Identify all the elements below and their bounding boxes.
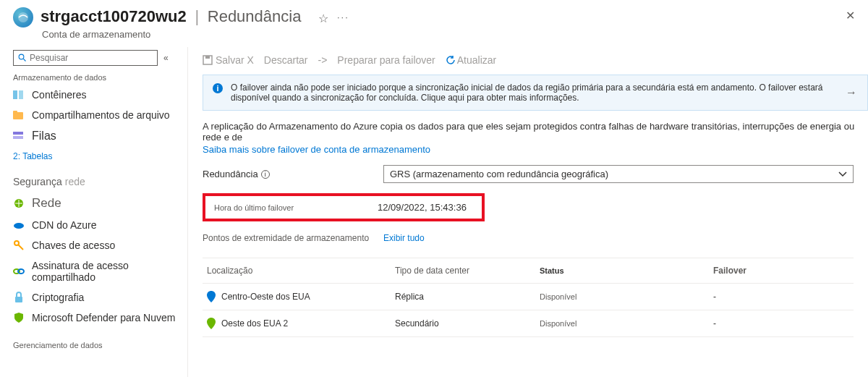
cell-failover: - — [713, 318, 849, 329]
blade-title: Redundância — [208, 7, 302, 25]
resource-type: Conta de armazenamento — [42, 29, 868, 40]
sidebar-item-containers[interactable]: Contêineres — [13, 85, 187, 105]
col-status: Status — [540, 266, 713, 275]
show-all-link[interactable]: Exibir tudo — [383, 233, 425, 243]
shield-icon — [13, 312, 25, 323]
endpoints-row: Pontos de extremidade de armazenamento E… — [203, 233, 868, 243]
svg-line-2 — [24, 59, 26, 62]
redundancy-row: Redundância i GRS (armazenamento com red… — [203, 165, 868, 183]
search-input[interactable] — [30, 53, 153, 63]
sidebar-item-queues[interactable]: Filas — [13, 125, 187, 147]
redundancy-dropdown[interactable]: GRS (armazenamento com redundância geogr… — [383, 165, 854, 183]
table-row: Oeste dos EUA 2 Secundário Disponível - — [203, 310, 854, 337]
sidebar-item-label: Rede — [32, 196, 61, 211]
svg-rect-6 — [13, 111, 17, 114]
sidebar-item-tables[interactable]: 2: Tabelas — [13, 147, 187, 166]
info-banner[interactable]: i O failover ainda não pode ser iniciado… — [203, 75, 868, 111]
title-separator: | — [189, 7, 205, 25]
sidebar-item-label: Microsoft Defender para Nuvem — [32, 312, 175, 323]
cell-location: Oeste dos EUA 2 — [221, 318, 288, 329]
dropdown-value: GRS (armazenamento com redundância geogr… — [390, 169, 608, 179]
info-circle-icon[interactable]: i — [261, 170, 270, 179]
info-icon: i — [212, 82, 224, 103]
favorite-icon[interactable]: ☆ — [318, 12, 328, 25]
svg-rect-7 — [13, 132, 23, 135]
svg-rect-3 — [13, 90, 17, 99]
sas-icon — [13, 266, 25, 277]
cdn-icon — [13, 219, 25, 231]
sidebar-search[interactable] — [13, 50, 158, 66]
blade-header: strgacct100720wu2 | Redundância ☆ ··· ✕ — [0, 0, 868, 30]
key-icon — [13, 240, 25, 251]
cell-status: Disponível — [540, 319, 713, 328]
section-data-storage: Armazenamento de dados — [13, 73, 187, 82]
sidebar-item-label: Chaves de acesso — [32, 240, 115, 251]
storage-account-icon — [13, 7, 33, 27]
sidebar-item-access-keys[interactable]: Chaves de acesso — [13, 235, 187, 255]
sidebar-item-sas[interactable]: Assinatura de acesso compartilhado — [13, 255, 187, 287]
svg-text:i: i — [216, 84, 218, 93]
fileshares-icon — [13, 109, 25, 121]
cell-status: Disponível — [540, 292, 713, 301]
table-header: Localização Tipo de data center Status F… — [203, 258, 854, 284]
svg-rect-17 — [205, 56, 210, 59]
header-actions: ☆ ··· — [318, 12, 349, 25]
learn-more-link[interactable]: Saiba mais sobre failover de conta de ar… — [203, 144, 430, 155]
sidebar-item-networking[interactable]: Rede — [13, 192, 187, 215]
title-block: strgacct100720wu2 | Redundância — [41, 7, 301, 26]
main-content: Salvar X Descartar -> Preparar para fail… — [188, 47, 868, 377]
cell-location: Centro-Oeste dos EUA — [221, 292, 310, 302]
sidebar-item-label: Filas — [32, 130, 56, 143]
col-location: Localização — [207, 266, 395, 276]
banner-arrow-icon[interactable]: → — [846, 86, 857, 99]
section-data-mgmt: Gerenciamento de dados — [13, 341, 187, 350]
refresh-icon — [446, 55, 456, 65]
sidebar-item-label: Contêineres — [32, 89, 87, 101]
lock-icon — [13, 292, 25, 303]
sidebar-item-fileshares[interactable]: Compartilhamentos de arquivo — [13, 105, 187, 125]
more-icon[interactable]: ··· — [337, 12, 349, 25]
cell-type: Secundário — [395, 318, 540, 329]
command-bar: Salvar X Descartar -> Preparar para fail… — [203, 47, 868, 75]
last-failover-highlight: Hora do último failover 12/09/2022, 15:4… — [203, 193, 485, 221]
last-failover-label: Hora do último failover — [214, 202, 378, 213]
discard-button[interactable]: Descartar — [264, 54, 308, 66]
sidebar-item-encryption[interactable]: Criptografia — [13, 287, 187, 308]
location-pin-icon — [207, 318, 216, 329]
close-icon[interactable]: ✕ — [846, 9, 855, 22]
svg-point-0 — [18, 12, 28, 22]
location-pin-icon — [207, 291, 216, 302]
svg-point-10 — [14, 223, 24, 229]
last-failover-value: 12/09/2022, 15:43:36 — [378, 202, 467, 213]
col-failover: Failover — [713, 266, 849, 276]
prepare-failover-button[interactable]: Preparar para failover — [337, 54, 435, 66]
queues-icon — [13, 130, 25, 142]
svg-line-12 — [18, 245, 23, 250]
banner-text: O failover ainda não pode ser iniciado p… — [231, 82, 838, 103]
sidebar-item-cdn[interactable]: CDN do Azure — [13, 215, 187, 235]
svg-point-1 — [19, 54, 24, 59]
svg-rect-15 — [15, 297, 22, 302]
description-text: A replicação do Armazenamento do Azure c… — [203, 121, 868, 143]
collapse-sidebar-icon[interactable]: « — [163, 53, 169, 63]
endpoints-label: Pontos de extremidade de armazenamento — [203, 233, 383, 243]
containers-icon — [13, 89, 25, 101]
cell-failover: - — [713, 292, 849, 302]
sidebar-item-label: Compartilhamentos de arquivo — [32, 109, 170, 121]
sidebar-item-label: CDN do Azure — [32, 219, 96, 231]
search-icon — [18, 54, 27, 62]
sidebar-item-label: 2: Tabelas — [13, 151, 53, 161]
table-row: Centro-Oeste dos EUA Réplica Disponível … — [203, 284, 854, 310]
svg-rect-8 — [13, 136, 23, 139]
col-type: Tipo de data center — [395, 266, 540, 276]
network-icon — [13, 198, 25, 209]
locations-table: Localização Tipo de data center Status F… — [203, 258, 854, 337]
section-security: Segurançarede — [13, 176, 187, 187]
redundancy-label: Redundância i — [203, 169, 383, 179]
refresh-button[interactable]: Atualizar — [446, 54, 496, 66]
sidebar-item-label: Assinatura de acesso compartilhado — [32, 260, 187, 283]
cell-type: Réplica — [395, 292, 540, 302]
sidebar-item-defender[interactable]: Microsoft Defender para Nuvem — [13, 308, 187, 328]
resource-name: strgacct100720wu2 — [41, 7, 187, 25]
save-button[interactable]: Salvar X — [203, 54, 254, 66]
